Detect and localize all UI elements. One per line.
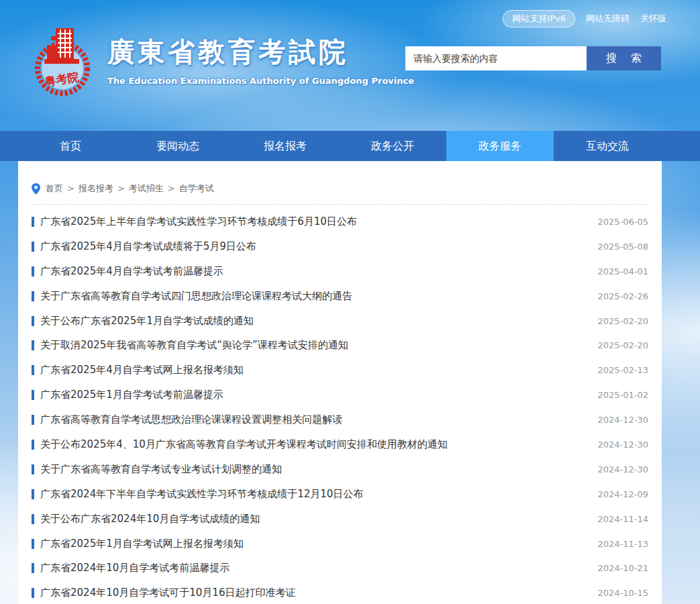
news-title-link[interactable]: 关于公布广东省2024年10月自学考试成绩的通知 (40, 513, 584, 525)
branding-text: 廣東省教育考試院 The Education Examinations Auth… (107, 34, 357, 86)
main-nav-items: 首页要闻动态报名报考政务公开政务服务互动交流 (17, 131, 661, 161)
news-title-link[interactable]: 关于公布2025年4、10月广东省高等教育自学考试开考课程考试时间安排和使用教材… (40, 438, 584, 451)
news-marker-icon (32, 489, 34, 499)
breadcrumb-link[interactable]: 报名报考 (79, 183, 113, 193)
breadcrumb-separator: > (168, 183, 175, 193)
news-title-link[interactable]: 关于公布广东省2025年1月自学考试成绩的通知 (40, 315, 584, 328)
news-date: 2024-12-30 (597, 440, 648, 450)
news-date: 2025-02-20 (597, 316, 648, 326)
news-row[interactable]: 广东省2024年下半年自学考试实践性学习环节考核成绩于12月10日公布2024-… (32, 482, 648, 507)
news-row[interactable]: 广东省高等教育自学考试思想政治理论课课程设置调整相关问题解读2024-12-30 (32, 407, 648, 432)
news-date: 2024-10-15 (597, 588, 648, 598)
news-row[interactable]: 关于公布广东省2024年10月自学考试成绩的通知2024-11-14 (32, 507, 648, 532)
news-title-link[interactable]: 关于广东省高等教育自学考试四门思想政治理论课课程考试大纲的通告 (40, 290, 584, 303)
news-date: 2024-11-13 (597, 539, 648, 549)
news-marker-icon (32, 316, 34, 326)
news-title-link[interactable]: 关于广东省高等教育自学考试专业考试计划调整的通知 (40, 463, 584, 476)
care-version-link[interactable]: 关怀版 (640, 13, 666, 25)
news-title-link[interactable]: 广东省2025年上半年自学考试实践性学习环节考核成绩于6月10日公布 (40, 215, 584, 228)
news-marker-icon (32, 440, 34, 450)
content-panel: 首页>报名报考>考试招生>自学考试 广东省2025年上半年自学考试实践性学习环节… (18, 161, 662, 604)
news-marker-icon (32, 266, 34, 276)
search-input[interactable] (405, 46, 587, 70)
news-marker-icon (32, 291, 34, 301)
news-row[interactable]: 广东省2025年上半年自学考试实践性学习环节考核成绩于6月10日公布2025-0… (32, 209, 648, 234)
breadcrumb-divider (32, 204, 648, 205)
news-row[interactable]: 广东省2025年4月自学考试考前温馨提示2025-04-01 (32, 259, 648, 284)
news-date: 2025-05-08 (597, 242, 648, 252)
news-date: 2025-02-13 (597, 365, 648, 375)
news-row[interactable]: 广东省2024年10月自学考试可于10月16日起打印准考证2024-10-15 (32, 581, 648, 604)
accessibility-link[interactable]: 网站无障碍 (586, 13, 630, 25)
news-marker-icon (32, 539, 34, 549)
news-date: 2025-02-26 (597, 291, 648, 301)
news-marker-icon (32, 217, 34, 227)
news-date: 2025-02-20 (597, 340, 648, 350)
news-title-link[interactable]: 广东省2025年4月自学考试网上报名报考须知 (40, 364, 584, 376)
news-title-link[interactable]: 广东省2025年4月自学考试成绩将于5月9日公布 (40, 240, 584, 253)
nav-item[interactable]: 政务公开 (339, 131, 446, 161)
news-title-link[interactable]: 广东省2024年10月自学考试可于10月16日起打印准考证 (40, 587, 584, 599)
news-row[interactable]: 广东省2025年1月自学考试网上报名报考须知2024-11-13 (32, 532, 648, 556)
news-row[interactable]: 广东省2025年1月自学考试考前温馨提示2025-01-02 (32, 383, 648, 407)
news-marker-icon (32, 390, 34, 400)
news-date: 2024-12-09 (597, 489, 648, 499)
breadcrumb-separator: > (117, 183, 125, 193)
news-row[interactable]: 广东省2024年10月自学考试考前温馨提示2024-10-21 (32, 556, 648, 581)
news-marker-icon (32, 415, 34, 425)
news-title-link[interactable]: 广东省2025年4月自学考试考前温馨提示 (40, 265, 584, 278)
news-date: 2024-10-21 (597, 563, 648, 573)
breadcrumb-link[interactable]: 自学考试 (179, 183, 214, 193)
news-row[interactable]: 关于广东省高等教育自学考试四门思想政治理论课课程考试大纲的通告2025-02-2… (32, 284, 648, 309)
nav-item[interactable]: 报名报考 (232, 131, 339, 161)
top-utility-bar: 网站支持IPv6 网站无障碍 关怀版 (503, 10, 666, 28)
news-date: 2024-11-14 (597, 514, 648, 524)
nav-item[interactable]: 要闻动态 (124, 131, 232, 161)
news-date: 2025-06-05 (597, 217, 648, 227)
breadcrumb-link[interactable]: 首页 (46, 183, 63, 193)
news-title-link[interactable]: 广东省2024年10月自学考试考前温馨提示 (40, 562, 584, 574)
news-row[interactable]: 关于取消2025年我省高等教育自学考试“舆论学”课程考试安排的通知2025-02… (32, 333, 648, 358)
news-marker-icon (32, 365, 34, 375)
news-marker-icon (32, 242, 34, 252)
nav-item[interactable]: 政务服务 (446, 131, 554, 161)
site-logo[interactable]: 粤考院 廣東省教育考試院 The Education Examinations … (31, 27, 357, 97)
news-title-link[interactable]: 广东省2025年1月自学考试考前温馨提示 (40, 389, 584, 401)
news-row[interactable]: 关于公布2025年4、10月广东省高等教育自学考试开考课程考试时间安排和使用教材… (32, 432, 648, 457)
breadcrumb-separator: > (67, 183, 74, 193)
news-date: 2024-12-30 (597, 415, 648, 425)
news-marker-icon (32, 464, 34, 474)
main-nav: 首页要闻动态报名报考政务公开政务服务互动交流 (0, 131, 700, 161)
news-marker-icon (32, 340, 34, 350)
news-row[interactable]: 广东省2025年4月自学考试成绩将于5月9日公布2025-05-08 (32, 234, 648, 259)
news-date: 2024-12-30 (597, 464, 648, 474)
ipv6-badge[interactable]: 网站支持IPv6 (503, 10, 575, 28)
news-title-link[interactable]: 广东省2024年下半年自学考试实践性学习环节考核成绩于12月10日公布 (40, 488, 584, 501)
news-row[interactable]: 广东省2025年4月自学考试网上报名报考须知2025-02-13 (32, 358, 648, 383)
breadcrumb: 首页>报名报考>考试招生>自学考试 (32, 161, 648, 195)
emblem-icon: 粤考院 (31, 27, 95, 97)
nav-item[interactable]: 首页 (17, 131, 124, 161)
news-row[interactable]: 关于广东省高等教育自学考试专业考试计划调整的通知2024-12-30 (32, 457, 648, 482)
site-search: 搜 索 (405, 46, 661, 70)
location-pin-icon (32, 183, 40, 195)
news-marker-icon (32, 514, 34, 524)
news-date: 2025-01-02 (597, 390, 648, 400)
news-date: 2025-04-01 (597, 266, 648, 276)
news-title-link[interactable]: 广东省2025年1月自学考试网上报名报考须知 (40, 538, 584, 550)
news-title-link[interactable]: 广东省高等教育自学考试思想政治理论课课程设置调整相关问题解读 (40, 413, 584, 426)
site-title: 廣東省教育考試院 (107, 34, 357, 70)
news-row[interactable]: 关于公布广东省2025年1月自学考试成绩的通知2025-02-20 (32, 309, 648, 334)
nav-item[interactable]: 互动交流 (554, 131, 661, 161)
breadcrumb-items: 首页>报名报考>考试招生>自学考试 (46, 183, 214, 195)
search-button[interactable]: 搜 索 (587, 46, 661, 70)
breadcrumb-link[interactable]: 考试招生 (129, 183, 164, 193)
news-marker-icon (32, 563, 34, 573)
news-title-link[interactable]: 关于取消2025年我省高等教育自学考试“舆论学”课程考试安排的通知 (40, 339, 584, 352)
news-list: 广东省2025年上半年自学考试实践性学习环节考核成绩于6月10日公布2025-0… (32, 209, 648, 604)
site-subtitle: The Education Examinations Authority of … (107, 76, 357, 86)
news-marker-icon (32, 588, 34, 598)
